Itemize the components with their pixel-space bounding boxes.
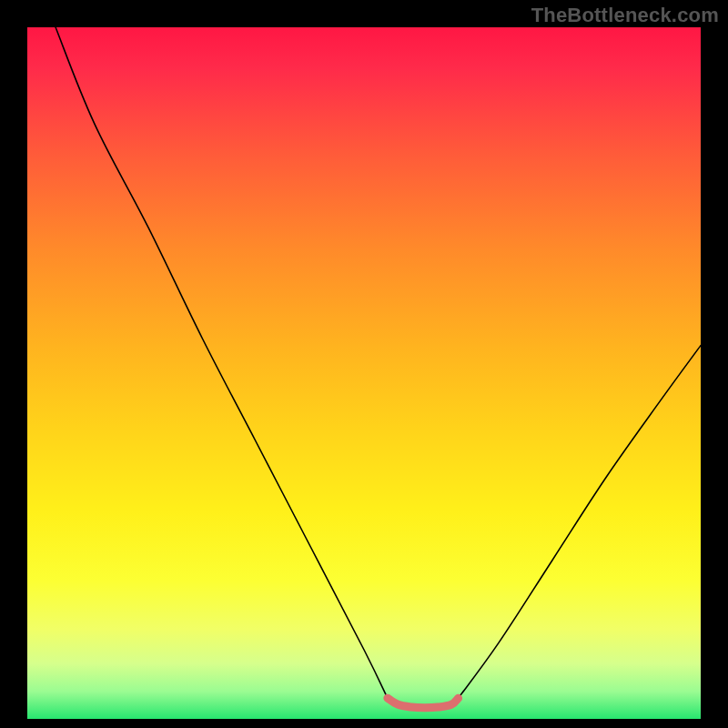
plot-background [27,27,701,719]
series-curve-left [56,27,388,698]
chart-container: TheBottleneck.com [0,0,728,728]
watermark-text: TheBottleneck.com [531,4,719,27]
series-group [56,27,701,708]
bottleneck-curve-chart [0,0,728,728]
series-flat-segment [388,698,459,708]
series-curve-right [459,346,701,699]
